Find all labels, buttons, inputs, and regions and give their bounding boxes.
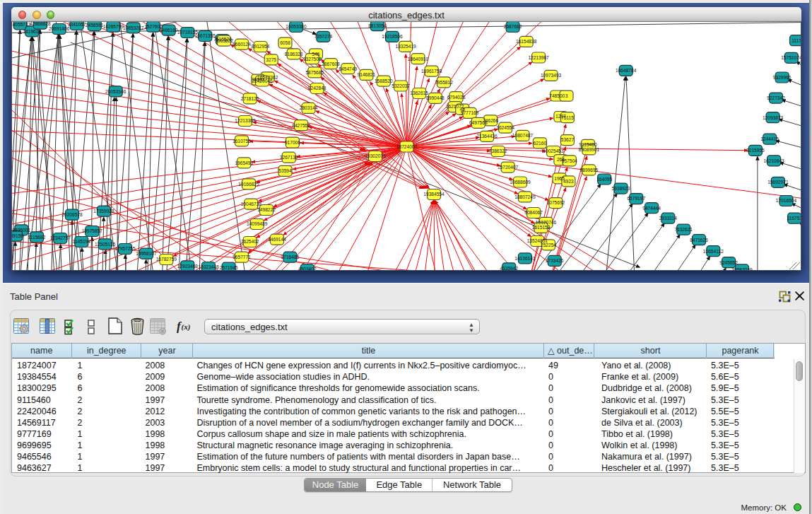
svg-text:16120746: 16120746 bbox=[536, 220, 557, 225]
svg-text:10046738: 10046738 bbox=[241, 201, 262, 206]
svg-text:1362615: 1362615 bbox=[410, 90, 428, 95]
svg-text:2867608: 2867608 bbox=[322, 62, 340, 66]
svg-text:17359928: 17359928 bbox=[93, 209, 114, 214]
svg-text:16961758: 16961758 bbox=[421, 69, 442, 74]
svg-text:2571945: 2571945 bbox=[220, 265, 238, 270]
svg-text:1588520: 1588520 bbox=[375, 78, 393, 83]
svg-text:12213369: 12213369 bbox=[235, 118, 256, 123]
svg-text:939159: 939159 bbox=[12, 233, 23, 238]
svg-text:1115682: 1115682 bbox=[28, 235, 46, 240]
svg-text:19218506: 19218506 bbox=[382, 34, 403, 39]
svg-text:9899695: 9899695 bbox=[580, 168, 599, 173]
svg-text:957504: 957504 bbox=[562, 158, 577, 163]
svg-text:21364436: 21364436 bbox=[476, 134, 498, 139]
svg-text:19302075: 19302075 bbox=[365, 153, 386, 158]
svg-text:8186328: 8186328 bbox=[285, 52, 303, 57]
svg-text:16648784: 16648784 bbox=[616, 68, 637, 73]
svg-text:3624554: 3624554 bbox=[496, 125, 514, 130]
svg-text:6058: 6058 bbox=[280, 40, 290, 45]
svg-text:8912954: 8912954 bbox=[252, 44, 270, 49]
svg-text:164095: 164095 bbox=[596, 177, 612, 182]
svg-text:2687682: 2687682 bbox=[504, 24, 522, 29]
svg-text:1733426: 1733426 bbox=[546, 258, 564, 263]
svg-text:1615152: 1615152 bbox=[532, 225, 551, 230]
svg-text:2718126: 2718126 bbox=[241, 96, 259, 101]
svg-text:3341057: 3341057 bbox=[68, 22, 86, 27]
svg-text:6497568: 6497568 bbox=[469, 120, 488, 125]
svg-text:75115: 75115 bbox=[561, 115, 574, 120]
svg-text:1610755: 1610755 bbox=[233, 139, 251, 144]
svg-text:4903402: 4903402 bbox=[298, 267, 317, 271]
svg-text:1469144: 1469144 bbox=[268, 237, 286, 242]
svg-text:14136141: 14136141 bbox=[514, 256, 536, 261]
svg-text:1075692: 1075692 bbox=[547, 200, 565, 205]
svg-text:12213967: 12213967 bbox=[528, 55, 549, 60]
svg-text:16782759: 16782759 bbox=[156, 257, 177, 262]
svg-text:4335942: 4335942 bbox=[500, 266, 518, 271]
svg-text:62160: 62160 bbox=[534, 141, 547, 146]
svg-text:1419610: 1419610 bbox=[23, 29, 41, 34]
svg-text:22420046: 22420046 bbox=[252, 78, 273, 83]
svg-text:18724007: 18724007 bbox=[396, 144, 418, 149]
svg-text:9660124: 9660124 bbox=[233, 42, 251, 47]
svg-text:5875685: 5875685 bbox=[305, 70, 324, 75]
svg-text:6679197: 6679197 bbox=[627, 196, 645, 201]
svg-text:4923: 4923 bbox=[563, 179, 574, 184]
svg-text:89089901: 89089901 bbox=[579, 147, 600, 152]
svg-text:3267130: 3267130 bbox=[280, 155, 298, 160]
svg-text:19384554: 19384554 bbox=[423, 192, 445, 197]
svg-text:39587039: 39587039 bbox=[731, 267, 753, 271]
svg-text:5938923: 5938923 bbox=[612, 186, 630, 191]
svg-text:10688609: 10688609 bbox=[510, 180, 531, 185]
svg-text:2458591: 2458591 bbox=[86, 23, 104, 28]
svg-text:8427552: 8427552 bbox=[292, 123, 310, 128]
svg-text:53627: 53627 bbox=[561, 137, 575, 142]
svg-text:53594: 53594 bbox=[278, 168, 292, 173]
svg-text:14055713: 14055713 bbox=[12, 22, 31, 27]
svg-text:1117: 1117 bbox=[792, 38, 801, 43]
svg-text:9242848: 9242848 bbox=[308, 86, 326, 90]
svg-text:10807487: 10807487 bbox=[512, 133, 534, 138]
svg-text:20691406: 20691406 bbox=[49, 26, 70, 31]
svg-text:917006: 917006 bbox=[285, 140, 300, 145]
svg-text:8990448: 8990448 bbox=[426, 95, 445, 100]
svg-text:8835001: 8835001 bbox=[12, 228, 30, 233]
svg-text:14265799: 14265799 bbox=[103, 24, 124, 29]
svg-text:9329966: 9329966 bbox=[773, 75, 792, 80]
svg-text:7663822: 7663822 bbox=[215, 38, 233, 43]
svg-text:7357274: 7357274 bbox=[314, 34, 333, 39]
svg-text:(x): (x) bbox=[182, 322, 191, 332]
svg-text:9474444: 9474444 bbox=[642, 206, 661, 211]
svg-text:12342757: 12342757 bbox=[50, 235, 71, 240]
svg-text:9245652: 9245652 bbox=[719, 260, 738, 265]
svg-text:2803144: 2803144 bbox=[300, 105, 318, 110]
svg-text:10973493: 10973493 bbox=[541, 73, 562, 78]
svg-text:18807249: 18807249 bbox=[514, 194, 536, 199]
svg-text:6466160: 6466160 bbox=[160, 28, 178, 33]
svg-text:19975857: 19975857 bbox=[82, 228, 103, 233]
svg-text:16053380: 16053380 bbox=[286, 24, 307, 29]
svg-text:8813054: 8813054 bbox=[368, 23, 387, 28]
svg-text:13325419: 13325419 bbox=[395, 44, 416, 49]
svg-text:14099489: 14099489 bbox=[247, 221, 268, 226]
svg-text:9777169: 9777169 bbox=[461, 110, 479, 115]
svg-text:7955812: 7955812 bbox=[435, 80, 453, 85]
svg-text:1244415: 1244415 bbox=[760, 136, 779, 141]
svg-text:2933114: 2933114 bbox=[659, 216, 678, 221]
svg-text:9716485: 9716485 bbox=[281, 255, 300, 259]
svg-text:12923468: 12923468 bbox=[177, 264, 199, 269]
svg-text:252254: 252254 bbox=[541, 243, 556, 247]
svg-text:9084067: 9084067 bbox=[524, 210, 543, 215]
svg-text:9227342: 9227342 bbox=[767, 95, 785, 100]
svg-text:19166825: 19166825 bbox=[238, 182, 259, 187]
svg-text:17016504: 17016504 bbox=[776, 198, 797, 203]
svg-text:9657771: 9657771 bbox=[233, 255, 251, 259]
svg-text:8471626: 8471626 bbox=[690, 238, 708, 243]
svg-text:15751074: 15751074 bbox=[781, 55, 801, 60]
svg-text:19958107: 19958107 bbox=[136, 251, 157, 256]
svg-text:1145194: 1145194 bbox=[73, 239, 91, 244]
svg-text:1498222: 1498222 bbox=[257, 207, 276, 212]
svg-text:9327508: 9327508 bbox=[303, 57, 322, 62]
svg-text:10853287: 10853287 bbox=[123, 25, 144, 30]
svg-text:8215955: 8215955 bbox=[746, 148, 765, 153]
